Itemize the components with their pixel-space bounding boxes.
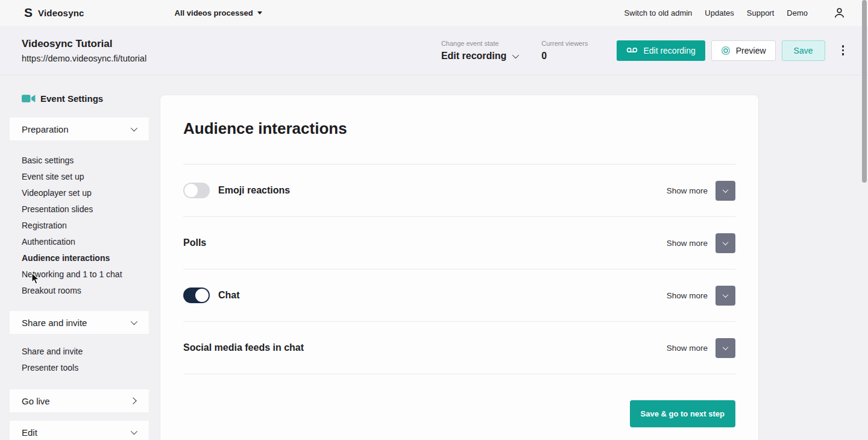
sidebar-item-presenter-tools[interactable]: Presenter tools [22,360,149,376]
chevron-down-icon [131,125,137,131]
expand-row-button[interactable] [715,286,735,306]
sidebar-item-presentation-slides[interactable]: Presentation slides [22,201,149,218]
sidebar-item-videoplayer-setup[interactable]: Videoplayer set up [22,185,149,201]
sidebar-group-edit[interactable]: Edit [10,421,149,440]
brand-name: Videosync [38,8,84,18]
current-viewers-count: 0 [541,51,588,61]
show-more-link[interactable]: Show more [667,239,708,248]
event-url[interactable]: https://demo.videosync.fi/tutorial [22,54,146,63]
row-right: Show more [667,286,735,306]
edit-recording-button[interactable]: Edit recording [617,40,705,61]
updates-link[interactable]: Updates [705,8,734,17]
preview-disc-icon [721,46,731,55]
current-viewers-label: Current viewers [541,40,588,47]
sidebar-title-label: Event Settings [40,93,103,104]
demo-link[interactable]: Demo [787,8,808,17]
preview-button[interactable]: Preview [711,40,776,61]
sidebar-title: Event Settings [10,93,149,104]
brand-logo[interactable]: S Videosync [24,7,84,19]
group-label: Go live [22,396,50,406]
recording-reel-icon [626,47,638,54]
row-left: Emoji reactions [183,183,290,198]
row-left: Social media feeds in chat [183,342,304,353]
toggle-knob [195,289,209,302]
header-buttons: Edit recording Preview Save [617,40,846,61]
current-viewers-block: Current viewers 0 [541,40,588,61]
event-header: Videosync Tutorial https://demo.videosyn… [0,26,868,75]
row-right: Show more [667,233,735,253]
settings-sidebar: Event Settings Preparation Basic setting… [10,75,149,440]
row-right: Show more [667,181,735,201]
save-and-next-step-button[interactable]: Save & go to next step [630,400,735,427]
sidebar-item-breakout-rooms[interactable]: Breakout rooms [22,283,149,299]
chevron-down-icon [723,187,729,193]
sidebar-item-authentication[interactable]: Authentication [22,234,149,250]
show-more-link[interactable]: Show more [667,186,708,195]
expand-row-button[interactable] [715,338,735,358]
video-camera-icon [22,94,36,103]
chevron-down-icon [723,239,729,245]
chevron-right-icon [130,397,136,404]
preparation-items: Basic settings Event site set up Videopl… [10,152,149,299]
top-navbar: S Videosync All videos processed Switch … [0,0,868,26]
chevron-down-icon [723,344,729,350]
save-button[interactable]: Save [782,40,825,61]
row-label: Polls [183,237,206,248]
sidebar-item-basic-settings[interactable]: Basic settings [22,152,149,169]
switch-old-admin-link[interactable]: Switch to old admin [624,8,693,17]
chevron-down-icon [512,51,519,58]
panel-footer: Save & go to next step [183,374,735,440]
expand-row-button[interactable] [715,181,735,201]
row-right: Show more [667,338,735,358]
row-left: Chat [183,288,240,303]
group-label: Share and invite [22,318,87,328]
event-state-label: Change event state [441,40,517,47]
feature-row-chat: Chat Show more [183,269,735,322]
share-invite-items: Share and invite Presenter tools [10,344,149,376]
user-account-icon[interactable] [834,7,845,19]
sidebar-group-share-invite[interactable]: Share and invite [10,311,149,334]
row-label: Chat [218,290,240,301]
event-title-block: Videosync Tutorial https://demo.videosyn… [22,38,146,63]
page-scrollbar-thumb[interactable] [862,0,867,183]
edit-recording-label: Edit recording [643,46,695,55]
videos-processed-dropdown[interactable]: All videos processed [175,8,262,17]
group-label: Edit [22,427,37,438]
sidebar-item-share-and-invite[interactable]: Share and invite [22,344,149,360]
show-more-link[interactable]: Show more [667,344,708,353]
feature-row-emoji-reactions: Emoji reactions Show more [183,165,735,217]
chevron-down-icon [131,318,137,325]
sidebar-item-audience-interactions[interactable]: Audience interactions [22,250,149,266]
sidebar-item-event-site-setup[interactable]: Event site set up [22,169,149,185]
videos-processed-label: All videos processed [175,8,253,17]
top-links: Switch to old admin Updates Support Demo [624,7,845,19]
event-state-value: Edit recording [441,51,506,61]
sidebar-item-registration[interactable]: Registration [22,218,149,234]
row-left: Polls [183,237,206,248]
videosync-s-logo-icon: S [24,6,33,19]
sidebar-group-preparation[interactable]: Preparation [10,118,149,140]
show-more-link[interactable]: Show more [667,291,708,300]
preview-label: Preview [736,46,766,55]
expand-row-button[interactable] [715,233,735,253]
event-state-dropdown[interactable]: Edit recording [441,51,517,61]
event-state-block: Change event state Edit recording [441,40,517,61]
sidebar-item-networking-1to1-chat[interactable]: Networking and 1 to 1 chat [22,266,149,283]
chevron-down-icon [723,292,729,298]
row-label: Emoji reactions [218,185,290,196]
more-options-kebab-icon[interactable] [840,43,847,58]
caret-down-icon [257,11,262,14]
chat-toggle[interactable] [183,288,210,303]
group-label: Preparation [22,124,69,134]
sidebar-group-go-live[interactable]: Go live [10,389,149,412]
emoji-reactions-toggle[interactable] [183,183,210,198]
row-label: Social media feeds in chat [183,342,304,353]
support-link[interactable]: Support [747,8,775,17]
feature-row-social-media-feeds: Social media feeds in chat Show more [183,322,735,374]
page-title: Audience interactions [183,119,735,164]
chevron-down-icon [131,428,137,435]
save-label: Save [794,46,813,55]
toggle-knob [184,184,198,197]
page-body: Event Settings Preparation Basic setting… [0,75,868,440]
audience-interactions-panel: Audience interactions Emoji reactions Sh… [160,95,759,440]
